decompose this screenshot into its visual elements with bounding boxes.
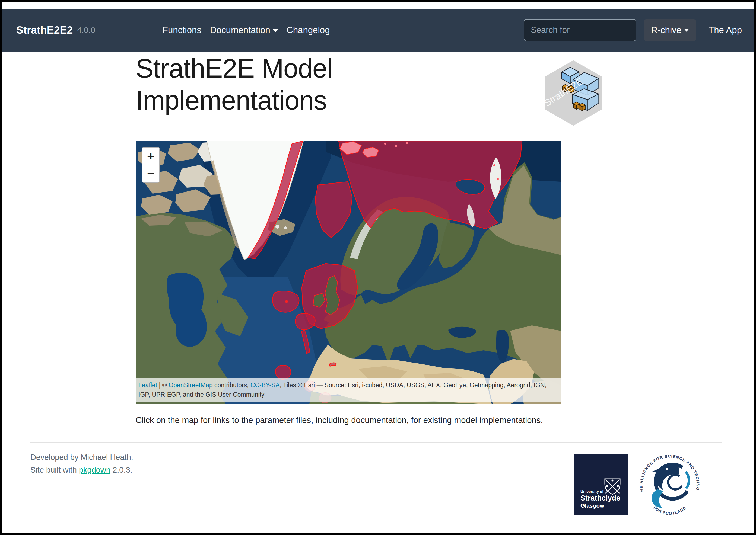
footer-built-with: Site built with pkgdown 2.0.3. [30,465,133,474]
attribution-text: | © [157,381,168,389]
map-attribution: Leaflet | © OpenStreetMap contributors, … [136,378,560,402]
version-badge: 4.0.0 [77,25,95,35]
nav-changelog[interactable]: Changelog [282,25,334,35]
strathclyde-logo: University of Strathclyde Glasgow [574,455,628,515]
attribution-link[interactable]: Leaflet [138,381,157,389]
package-hex-logo[interactable]: StrathE2E [545,60,602,126]
brand-link[interactable]: StrathE2E2 [16,24,73,36]
map-caption: Click on the map for links to the parame… [136,415,597,425]
masts-logo: MARINE ALLIANCE FOR SCIENCE AND TECHNOLO… [636,450,703,517]
masts-logo-graphic: MARINE ALLIANCE FOR SCIENCE AND TECHNOLO… [636,450,703,517]
satellite-basemap [136,141,560,404]
footer-developed: Developed by Michael Heath. [30,453,133,462]
strathclyde-line2: Strathclyde [580,494,620,502]
chevron-down-icon [273,29,278,32]
strathclyde-line1: University of [580,490,603,494]
nav-the-app[interactable]: The App [709,25,742,35]
strathclyde-logo-graphic: University of Strathclyde Glasgow [574,455,628,515]
nav-documentation[interactable]: Documentation [206,25,282,35]
strathclyde-line3: Glasgow [580,502,604,509]
search-input[interactable] [524,19,636,41]
chevron-down-icon [684,29,689,32]
attribution-link[interactable]: CC-BY-SA [251,381,280,389]
leaflet-map[interactable]: + − Leaflet | © OpenStreetMap contributo… [136,141,560,404]
attribution-link[interactable]: OpenStreetMap [168,381,212,389]
browser-frame: StrathE2E2 4.0.0 Functions Documentation… [0,0,756,535]
map-zoom-control: + − [142,147,160,183]
nav-links: Functions Documentation Changelog [158,25,334,35]
page-title: StrathE2E Model Implementations [136,53,505,116]
zoom-out-button[interactable]: − [142,165,159,182]
nav-rchive-dropdown[interactable]: R-chive [644,19,696,41]
footer-divider [30,442,722,442]
navbar-right: R-chive The App [524,19,742,41]
model-domain-cape-verde[interactable] [275,365,291,380]
hex-logo-graphic: StrathE2E [545,60,602,126]
attribution-text: contributors, [213,381,251,389]
nav-functions[interactable]: Functions [158,25,206,35]
navbar: StrathE2E2 4.0.0 Functions Documentation… [2,9,754,51]
footer-text: Developed by Michael Heath. Site built w… [30,453,133,478]
zoom-in-button[interactable]: + [142,148,159,165]
pkgdown-link[interactable]: pkgdown [79,465,110,474]
